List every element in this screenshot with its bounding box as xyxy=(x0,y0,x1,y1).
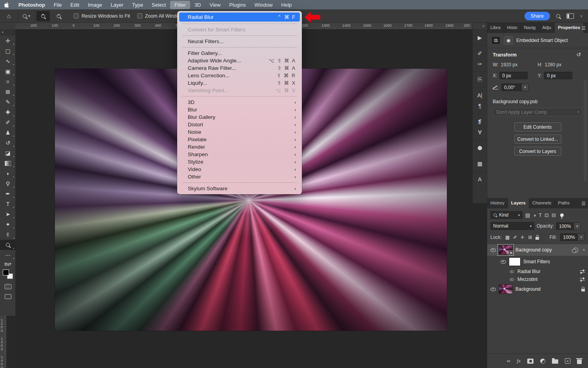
filter-menu-item-noise[interactable]: Noise› xyxy=(179,128,300,136)
filter-options-icon[interactable] xyxy=(580,270,585,273)
collapse-filters-chevron[interactable]: ˄ xyxy=(583,248,585,252)
crop-tool[interactable]: ⌗ xyxy=(0,77,16,87)
new-layer-icon[interactable]: + xyxy=(565,358,570,364)
apple-menu[interactable] xyxy=(0,2,13,8)
menu-photoshop[interactable]: Photoshop xyxy=(13,1,49,9)
pen-tool[interactable]: ✒ xyxy=(0,189,16,199)
add-adjustment-icon[interactable] xyxy=(540,359,545,364)
smart-filter-toggle-icon[interactable] xyxy=(573,248,578,253)
foreground-color[interactable] xyxy=(3,270,9,275)
angle-dropdown[interactable]: ▾ xyxy=(522,84,529,91)
lock-all-icon[interactable] xyxy=(535,237,539,240)
menu-type[interactable]: Type xyxy=(128,1,147,9)
menu-file[interactable]: File xyxy=(49,1,66,9)
shape-tool[interactable]: ✦ xyxy=(0,219,16,230)
filter-menu-item-camera-raw-filter[interactable]: Camera Raw Filter...⇧ ⌘ A xyxy=(179,64,300,72)
filter-menu-item-filter-gallery[interactable]: Filter Gallery... xyxy=(179,49,300,57)
panel-menu-icon[interactable]: ☰ xyxy=(581,26,586,31)
convert-to-linked-button[interactable]: Convert to Linked... xyxy=(514,135,561,144)
visibility-eye-icon[interactable] xyxy=(510,278,514,281)
threed-panel-icon[interactable]: ⬢ xyxy=(473,142,487,153)
filter-menu-item-render[interactable]: Render› xyxy=(179,143,300,151)
layer-filter-toggle[interactable] xyxy=(560,213,564,217)
y-input[interactable]: 0 px xyxy=(544,72,572,79)
x-input[interactable]: 0 px xyxy=(499,72,528,79)
filter-type-layers-icon[interactable]: T xyxy=(539,212,542,218)
menu-layer[interactable]: Layer xyxy=(106,1,128,9)
filter-shape-layers-icon[interactable]: ⊡ xyxy=(544,212,549,218)
layer-thumbnail[interactable] xyxy=(499,284,513,294)
eraser-tool[interactable]: ◪ xyxy=(0,148,16,158)
menu-3d[interactable]: 3D xyxy=(190,1,205,9)
gradient-tool[interactable] xyxy=(0,158,16,168)
brushes-panel-icon[interactable]: ✑ xyxy=(473,58,487,69)
filter-menu-item-blur[interactable]: Blur› xyxy=(179,106,300,113)
marquee-tool[interactable]: ▢ xyxy=(0,46,16,56)
tab-navig[interactable]: Navig xyxy=(521,23,539,33)
hand-tool[interactable]: ✌ xyxy=(0,230,16,240)
toolbar-collapse[interactable]: » xyxy=(0,29,15,36)
visibility-eye-icon[interactable] xyxy=(510,270,514,273)
panel-menu-icon[interactable]: ☰ xyxy=(581,201,586,206)
healing-brush-tool[interactable]: ✚ xyxy=(0,107,16,117)
filter-menu-item-sharpen[interactable]: Sharpen› xyxy=(179,151,300,158)
angle-input[interactable]: 0,00° xyxy=(501,84,522,91)
zoom-tool-preset[interactable]: ▾ xyxy=(18,9,35,22)
fill-input[interactable]: 100% xyxy=(560,233,578,241)
lock-pixels-icon[interactable]: ✐ xyxy=(513,235,517,240)
visibility-eye-icon[interactable] xyxy=(490,288,496,291)
menu-help[interactable]: Help xyxy=(277,1,296,9)
visibility-eye-icon[interactable] xyxy=(501,260,506,264)
menu-select[interactable]: Select xyxy=(147,1,170,9)
menu-edit[interactable]: Edit xyxy=(66,1,83,9)
kind-filter-select[interactable]: Kind▾ xyxy=(490,211,523,219)
character-styles-panel-icon[interactable]: ꓯ xyxy=(473,127,487,137)
history-brush-tool[interactable]: ↺ xyxy=(0,138,16,148)
dodge-tool[interactable]: ⚲ xyxy=(0,179,16,189)
opacity-input[interactable]: 100% xyxy=(556,222,574,230)
tab-properties[interactable]: Properties xyxy=(555,23,584,33)
dock-collapse[interactable]: « xyxy=(473,23,487,29)
tab-layers[interactable]: Layers xyxy=(508,198,529,208)
layer-thumbnail[interactable]: ⧉ xyxy=(499,245,513,255)
filter-adjustment-layers-icon[interactable]: ◑ xyxy=(533,212,536,218)
filter-menu-item-other[interactable]: Other› xyxy=(179,173,300,180)
tab-adju[interactable]: Adju xyxy=(539,23,555,33)
filter-smart-objects-icon[interactable]: ⊟ xyxy=(552,212,556,218)
filter-menu-item-adaptive-wide-angle[interactable]: Adaptive Wide Angle...⌥ ⇧ ⌘ A xyxy=(179,57,300,64)
blend-mode-select[interactable]: Normal▾ xyxy=(490,222,534,230)
lock-artboard-icon[interactable]: ⊞ xyxy=(528,235,532,240)
menu-image[interactable]: Image xyxy=(83,1,106,9)
tab-channels[interactable]: Channels xyxy=(529,198,555,208)
clone-source-panel-icon[interactable]: ⎘ xyxy=(473,74,487,85)
zoom-in-button[interactable] xyxy=(36,11,50,21)
layer-filter-row-radial-blur[interactable]: Radial Blur xyxy=(487,268,588,275)
brush-tool[interactable]: ✐ xyxy=(0,117,16,128)
mask-filter-button[interactable]: ◉ xyxy=(504,36,513,45)
frame-tool[interactable]: ⊠ xyxy=(0,87,16,97)
menu-filter[interactable]: Filter xyxy=(170,1,190,9)
opacity-dropdown[interactable]: ▾ xyxy=(574,222,581,230)
filter-menu-item-stylize[interactable]: Stylize› xyxy=(179,158,300,166)
quick-mask-button[interactable] xyxy=(0,281,16,291)
lock-position-icon[interactable]: ✛ xyxy=(521,235,524,240)
screen-mode-button[interactable] xyxy=(0,291,16,302)
new-group-icon[interactable] xyxy=(552,359,558,364)
filter-menu-item-lens-correction[interactable]: Lens Correction...⇧ ⌘ R xyxy=(179,72,300,79)
link-layers-icon[interactable]: ∞ xyxy=(507,358,510,364)
checkbox-box[interactable] xyxy=(74,13,79,18)
layer-row-background-copy[interactable]: ⧉Background copy˄ xyxy=(487,244,588,256)
patterns-panel-icon[interactable]: ▦ xyxy=(473,158,487,169)
filter-menu-item-pixelate[interactable]: Pixelate› xyxy=(179,136,300,143)
filter-menu-item-blur-gallery[interactable]: Blur Gallery› xyxy=(179,113,300,121)
path-selection-tool[interactable]: ➤ xyxy=(0,209,16,219)
lasso-tool[interactable]: ∿ xyxy=(0,56,16,66)
menu-window[interactable]: Window xyxy=(250,1,277,9)
filter-menu-item-skylum-software[interactable]: Skylum Software› xyxy=(179,185,300,192)
brush-settings-panel-icon[interactable]: ✐ xyxy=(473,48,487,58)
delete-layer-icon[interactable] xyxy=(577,359,582,364)
filter-mask-thumbnail[interactable] xyxy=(509,257,521,266)
home-icon[interactable]: ⌂ xyxy=(0,9,18,22)
zoom-tool[interactable] xyxy=(0,240,16,250)
paragraph-styles-panel-icon[interactable]: ❡ xyxy=(473,116,487,127)
